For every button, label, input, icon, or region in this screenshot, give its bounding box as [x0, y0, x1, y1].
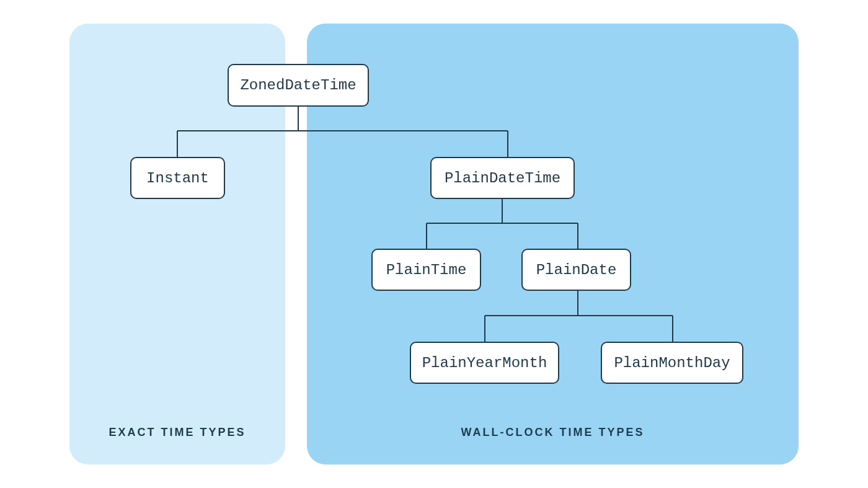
node-plain-date-time: PlainDateTime: [430, 157, 575, 199]
node-label: ZonedDateTime: [240, 77, 356, 94]
node-label: PlainDate: [536, 262, 617, 278]
node-label: PlainYearMonth: [422, 355, 547, 371]
category-text: EXACT TIME TYPES: [108, 426, 246, 438]
node-plain-month-day: PlainMonthDay: [601, 342, 743, 384]
node-plain-time: PlainTime: [371, 249, 481, 291]
node-plain-year-month: PlainYearMonth: [410, 342, 559, 384]
label-exact-time-types: EXACT TIME TYPES: [69, 426, 285, 439]
panel-wall-clock-time: [307, 24, 799, 464]
node-label: PlainDateTime: [445, 170, 560, 187]
category-text: WALL-CLOCK TIME TYPES: [461, 426, 645, 438]
node-label: PlainMonthDay: [614, 355, 730, 371]
label-wall-clock-time-types: WALL-CLOCK TIME TYPES: [307, 426, 799, 439]
node-label: PlainTime: [386, 262, 467, 278]
node-plain-date: PlainDate: [521, 249, 631, 291]
node-zoned-date-time: ZonedDateTime: [228, 64, 369, 107]
node-instant: Instant: [130, 157, 225, 199]
node-label: Instant: [146, 170, 209, 187]
